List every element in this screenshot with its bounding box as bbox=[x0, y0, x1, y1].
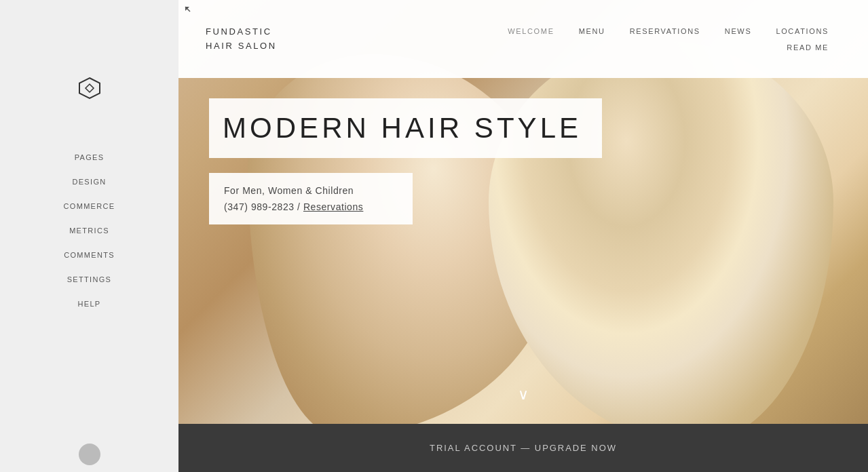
main-content: FUNDASTIC HAIR SALON WELCOME MENU RESERV… bbox=[178, 0, 868, 472]
sidebar: PAGES DESIGN COMMERCE METRICS COMMENTS S… bbox=[0, 0, 178, 472]
sidebar-item-pages[interactable]: PAGES bbox=[0, 145, 178, 170]
site-nav-read-me[interactable]: READ ME bbox=[774, 39, 841, 56]
site-navigation: WELCOME MENU RESERVATIONS NEWS LOcaTiONS… bbox=[434, 23, 841, 56]
squarespace-logo[interactable] bbox=[76, 75, 103, 104]
sidebar-item-settings[interactable]: SETTINGS bbox=[0, 267, 178, 292]
hero-contact: (347) 989-2823 / Reservations bbox=[224, 201, 398, 212]
website-preview: FUNDASTIC HAIR SALON WELCOME MENU RESERV… bbox=[178, 0, 868, 424]
hero-reservations-link[interactable]: Reservations bbox=[303, 201, 363, 212]
sidebar-item-metrics[interactable]: METRICS bbox=[0, 218, 178, 243]
site-header: FUNDASTIC HAIR SALON WELCOME MENU RESERV… bbox=[178, 0, 868, 78]
sidebar-navigation: PAGES DESIGN COMMERCE METRICS COMMENTS S… bbox=[0, 145, 178, 316]
site-nav-menu[interactable]: MENU bbox=[567, 23, 618, 39]
hero-tagline: For Men, Women & Children bbox=[224, 185, 398, 196]
frame-navigate-icon[interactable] bbox=[184, 5, 193, 18]
site-logo: FUNDASTIC HAIR SALON bbox=[206, 25, 277, 54]
site-nav-welcome[interactable]: WELCOME bbox=[495, 23, 566, 39]
avatar[interactable] bbox=[79, 444, 100, 465]
trial-account-text: TRIAL ACCOUNT — UPGRADE NOW bbox=[430, 443, 617, 453]
hero-title-box: MODERN HAIR STYLE bbox=[209, 98, 602, 158]
bottom-trial-bar: TRIAL ACCOUNT — UPGRADE NOW bbox=[178, 424, 868, 472]
hero-phone: (347) 989-2823 bbox=[224, 201, 295, 212]
hero-separator: / bbox=[297, 201, 303, 212]
scroll-down-chevron[interactable]: ∨ bbox=[518, 386, 529, 404]
sidebar-item-comments[interactable]: COMMENTS bbox=[0, 243, 178, 267]
site-nav-locations[interactable]: LOcaTiONS bbox=[763, 23, 841, 39]
site-nav-reservations[interactable]: RESERVATIONS bbox=[618, 23, 713, 39]
hero-title: MODERN HAIR STYLE bbox=[223, 112, 582, 144]
site-nav-news[interactable]: NEWS bbox=[713, 23, 764, 39]
sidebar-item-design[interactable]: DESIGN bbox=[0, 170, 178, 194]
sidebar-item-commerce[interactable]: COMMERCE bbox=[0, 194, 178, 218]
sidebar-item-help[interactable]: HELP bbox=[0, 292, 178, 316]
hero-subtitle-box: For Men, Women & Children (347) 989-2823… bbox=[209, 173, 413, 224]
